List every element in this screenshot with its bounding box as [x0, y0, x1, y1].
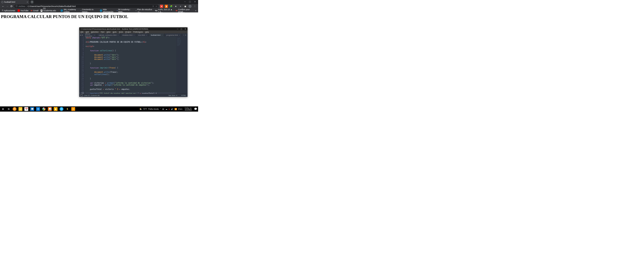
taskbar-app[interactable]: ©	[13, 107, 16, 111]
tab-menu-icon[interactable]: ▾	[185, 34, 186, 36]
volume-icon[interactable]: 🔊	[171, 108, 173, 110]
editor-body: 1234567891011121314151617181920212223242…	[79, 37, 188, 94]
menu-file[interactable]: File	[80, 31, 84, 33]
extension-icon[interactable]: ▮	[165, 5, 168, 8]
menu-preferences[interactable]: Preferences	[133, 31, 143, 33]
tab-nav-prev[interactable]: ◄	[79, 34, 81, 37]
close-icon[interactable]: ×	[179, 34, 180, 36]
editor-tab[interactable]: programa.html×	[164, 34, 182, 37]
sublime-menubar: File Edit Selection Find View Goto Tools…	[79, 31, 188, 34]
taskbar-app[interactable]: $	[66, 107, 69, 111]
new-tab-button[interactable]: +	[30, 0, 34, 4]
bookmark-item[interactable]: 🌐IML Academy Online	[60, 8, 78, 13]
mail-icon[interactable]: ✉	[36, 107, 40, 111]
weather-desc[interactable]: Partly cloudy	[148, 108, 159, 110]
chrome-icon[interactable]	[42, 107, 46, 111]
menu-selection[interactable]: Selection	[91, 31, 98, 33]
extension-icon[interactable]: ★	[174, 5, 177, 8]
bookmark-item[interactable]: 🌐Más información	[100, 8, 114, 13]
maximize-icon[interactable]: ▢	[180, 28, 182, 30]
calendar-icon[interactable]: 📅	[24, 107, 28, 111]
clock[interactable]: 9:10 p. m. 3/12/2022	[184, 107, 193, 111]
bookmark-item[interactable]: ▪IM Academy:: Welc...	[117, 8, 133, 13]
close-icon[interactable]: ×	[118, 34, 119, 36]
editor-tab[interactable]: calculo_consumo.html×	[97, 34, 120, 37]
close-icon[interactable]: ✕	[184, 28, 186, 30]
profile-avatar[interactable]	[188, 5, 192, 8]
tray-icon[interactable]: ●	[168, 108, 170, 110]
start-button[interactable]: ⊞	[1, 107, 5, 111]
bookmark-item[interactable]: ▫Creciendo tu negoc...	[80, 8, 98, 13]
page-icon: ▫	[136, 10, 136, 12]
taskbar-app[interactable]: 📊	[48, 107, 52, 111]
tray-icon[interactable]: ▥	[162, 108, 164, 110]
tab-nav-next[interactable]: ►	[81, 34, 83, 37]
bookmark-item[interactable]: MGmail	[31, 10, 38, 12]
editor-tab-active[interactable]: football.html×	[149, 34, 164, 37]
close-icon[interactable]: ×	[161, 34, 162, 36]
status-tabsize[interactable]: Tab Size: 4	[168, 94, 177, 96]
reload-button[interactable]: ⟳	[10, 5, 13, 8]
status-syntax[interactable]: HTML	[181, 94, 186, 96]
sublime-titlebar[interactable]: C:\Users\User\Pictures\archivos alex\foo…	[79, 27, 188, 31]
menu-tools[interactable]: Tools	[119, 31, 123, 33]
code-area[interactable]: <meta charset="UTF-8"><h1>PROGRAMA CALCU…	[84, 37, 176, 94]
menu-project[interactable]: Project	[125, 31, 131, 33]
back-button[interactable]: ←	[2, 5, 4, 8]
bookmark-item[interactable]: YouTube	[18, 10, 28, 12]
new-tab-icon[interactable]: +	[183, 34, 184, 36]
weather-icon[interactable]: ⛅	[140, 108, 142, 110]
menu-edit[interactable]: Edit	[86, 31, 89, 33]
maximize-icon[interactable]: ▢	[189, 1, 191, 3]
extension-icon[interactable]: ●	[160, 5, 163, 8]
bookmark-icon[interactable]: ☆	[156, 5, 157, 8]
editor-tab[interactable]: Analisis.html×	[120, 34, 136, 37]
sublime-icon[interactable]: ≡	[71, 107, 75, 111]
wifi-icon[interactable]: 📶	[174, 108, 177, 110]
bookmark-item[interactable]: A(1) Academia.edu |...	[40, 7, 58, 14]
menu-help[interactable]: Help	[145, 31, 149, 33]
page-icon: ▫	[80, 10, 81, 12]
minimap[interactable]: meta charset h1 PROGRAMA script function…	[176, 37, 188, 94]
apps-icon: ⠿	[2, 10, 3, 12]
minimize-icon[interactable]: ─	[177, 28, 178, 30]
menu-icon[interactable]: ⋮	[193, 5, 196, 8]
browser-tab[interactable]: football.html ×	[0, 0, 29, 4]
taskbar-app[interactable]: ▮	[54, 107, 58, 111]
share-icon[interactable]: ⇪	[152, 5, 154, 8]
extensions-icon[interactable]: 🧩	[170, 5, 172, 8]
tray-chevron-icon[interactable]: ˄	[160, 108, 161, 110]
close-icon[interactable]: ×	[94, 34, 95, 36]
close-icon[interactable]: ×	[27, 1, 28, 4]
bookmarks-overflow[interactable]: »	[195, 10, 196, 12]
close-icon[interactable]: ✕	[194, 1, 196, 3]
notifications-icon[interactable]: 💬	[194, 108, 197, 110]
task-view-button[interactable]: ⧉	[7, 107, 10, 111]
telegram-icon[interactable]: ✈	[60, 107, 64, 111]
address-bar[interactable]: ⓘ Archivo | C:/Users/User/Pictures/archi…	[14, 5, 159, 8]
file-explorer-icon[interactable]: 📁	[18, 107, 22, 111]
editor-tab[interactable]: imc.html×	[136, 34, 149, 37]
minimize-icon[interactable]: ─	[184, 1, 186, 3]
tab-strip: football.html × + ─ ▢ ✕	[0, 0, 198, 4]
extension-icon[interactable]: ▣	[184, 5, 187, 8]
menu-goto[interactable]: Goto	[112, 31, 116, 33]
bookmark-item[interactable]: ▫Plan de estudios - c...	[136, 8, 153, 13]
close-icon[interactable]: ×	[133, 34, 134, 36]
menu-find[interactable]: Find	[101, 31, 104, 33]
extension-icon[interactable]: ≡	[179, 5, 182, 8]
editor-tab[interactable]: primer text.html×	[84, 34, 97, 37]
tray-icon[interactable]: ☁	[166, 108, 168, 110]
line-gutter: 1234567891011121314151617181920212223242…	[79, 37, 84, 94]
bookmark-item[interactable]: ᴛᴠAAPL 310.13 ▲ + 2...	[155, 8, 174, 13]
weather-temp[interactable]: 74°F	[143, 108, 147, 110]
close-icon[interactable]: ×	[146, 34, 147, 36]
bookmark-item[interactable]: MConfirm your email...	[176, 8, 193, 13]
status-position[interactable]: Line 27, Column 66	[84, 94, 100, 96]
language-indicator[interactable]: ENG	[178, 108, 182, 110]
apps-button[interactable]: ⠿ Aplicaciones	[2, 10, 15, 12]
menu-view[interactable]: View	[106, 31, 110, 33]
panel-switcher-icon[interactable]	[80, 94, 82, 96]
taskbar-app[interactable]: 💬	[30, 107, 34, 111]
forward-button[interactable]: →	[6, 5, 8, 8]
